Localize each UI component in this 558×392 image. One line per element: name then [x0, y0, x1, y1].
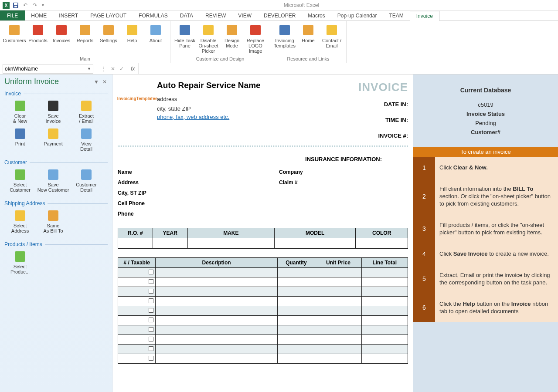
dots-icon[interactable]: ⋮	[101, 66, 106, 72]
qat-dropdown-icon[interactable]: ▼	[41, 3, 45, 7]
taskpane-item-print[interactable]: Print	[3, 125, 37, 153]
task-pane-close-icon[interactable]: ✕	[101, 79, 109, 85]
ribbon-button-hide-task-pane[interactable]: Hide TaskPane	[173, 22, 197, 55]
item-row[interactable]	[118, 325, 408, 335]
taskpane-item-same-as-bill-to[interactable]: SameAs Bill To	[37, 207, 70, 235]
taxable-checkbox[interactable]	[149, 318, 153, 322]
ribbon-group-label: Main	[3, 55, 167, 63]
item-row[interactable]	[118, 277, 408, 287]
company-city[interactable]: city, state ZIP	[157, 104, 321, 114]
taxable-checkbox[interactable]	[149, 337, 153, 341]
item-row[interactable]	[118, 287, 408, 297]
redo-icon[interactable]: ↷	[31, 2, 38, 9]
items-table[interactable]: # / TaxableDescriptionQuantityUnit Price…	[118, 257, 408, 364]
ribbon-button-about[interactable]: About	[144, 22, 167, 55]
item-row[interactable]	[118, 306, 408, 316]
worksheet[interactable]: InvoicingTemplates Auto Repair Service N…	[112, 74, 558, 392]
ribbon-button-invoices[interactable]: Invoices	[50, 22, 73, 55]
ribbon-button-reports[interactable]: Reports	[73, 22, 97, 55]
taskpane-item-clear-new[interactable]: Clear& New	[3, 98, 37, 125]
taskpane-item-icon	[46, 209, 60, 222]
task-pane-menu-icon[interactable]: ▼	[92, 79, 101, 85]
taskpane-item-select-customer[interactable]: SelectCustomer	[3, 166, 37, 194]
ribbon-tab-file[interactable]: FILE	[0, 10, 25, 20]
ribbon-tab-developer[interactable]: DEVELOPER	[258, 10, 302, 20]
ribbon-tab-invoice[interactable]: Invoice	[410, 11, 439, 21]
ribbon-button-settings[interactable]: Settings	[97, 22, 120, 55]
taskpane-section-header: Invoice	[3, 89, 109, 98]
cancel-icon[interactable]: ✕	[111, 66, 115, 72]
taskpane-item-icon	[46, 168, 60, 181]
fx-icon[interactable]: fx	[127, 66, 138, 72]
item-col-description: Description	[156, 258, 277, 268]
taskpane-item-customer-detail[interactable]: CustomerDetail	[70, 166, 103, 194]
svg-rect-14	[227, 25, 237, 35]
taxable-checkbox[interactable]	[149, 356, 153, 361]
taxable-checkbox[interactable]	[149, 289, 153, 294]
ribbon-tab-page-layout[interactable]: PAGE LAYOUT	[84, 10, 133, 20]
task-pane-header: Uniform Invoice ▼ ✕	[0, 74, 112, 88]
svg-rect-26	[48, 169, 58, 180]
company-contact-link[interactable]: phone, fax, web address etc.	[157, 114, 229, 120]
company-address[interactable]: address	[157, 95, 321, 104]
vehicle-col-color: COLOR	[356, 228, 408, 238]
ribbon-icon	[7, 23, 21, 37]
item-row[interactable]	[118, 335, 408, 345]
ribbon-icon	[31, 23, 45, 37]
ribbon-group-label: Resource and Links	[273, 55, 344, 63]
save-icon[interactable]	[12, 2, 19, 9]
taskpane-item-extract-email[interactable]: Extract/ Email	[70, 98, 103, 125]
item-row[interactable]	[118, 316, 408, 325]
ribbon-button-replace-logo-image[interactable]: Replace LOGOImage	[244, 22, 267, 55]
ribbon-button-design-mode[interactable]: DesignMode	[220, 22, 244, 55]
taskpane-item-select-produc-[interactable]: SelectProduc...	[3, 248, 37, 276]
taxable-checkbox[interactable]	[149, 270, 153, 274]
ribbon-tab-view[interactable]: VIEW	[232, 10, 258, 20]
item-row[interactable]	[118, 345, 408, 354]
company-block: Auto Repair Service Name address city, s…	[157, 81, 321, 141]
ribbon-button-customers[interactable]: Customers	[3, 22, 26, 55]
ribbon-button-contact-email[interactable]: Contact /Email	[320, 22, 344, 55]
ribbon-tab-home[interactable]: HOME	[25, 10, 53, 20]
company-name[interactable]: Auto Repair Service Name	[157, 81, 321, 90]
ribbon-button-disable-on-sheet-picker[interactable]: Disable On-sheetPicker	[197, 22, 220, 55]
taskpane-item-save-new-customer[interactable]: SaveNew Customer	[37, 166, 70, 194]
formula-input[interactable]	[138, 63, 558, 74]
taxable-checkbox[interactable]	[149, 279, 153, 284]
taxable-checkbox[interactable]	[149, 346, 153, 351]
name-box[interactable]: ▼	[3, 64, 93, 74]
ribbon-button-help[interactable]: Help	[120, 22, 144, 55]
date-in-label: DATE IN:	[321, 99, 408, 110]
ribbon-button-invoicing-templates[interactable]: InvoicingTemplates	[273, 22, 296, 55]
ribbon-group-label: Customize and Design	[173, 55, 267, 63]
ribbon-button-products[interactable]: Products	[26, 22, 50, 55]
enter-icon[interactable]: ✓	[119, 66, 124, 72]
item-row[interactable]	[118, 354, 408, 364]
ribbon-tab-review[interactable]: REVIEW	[199, 10, 232, 20]
ribbon-tab-formulas[interactable]: FORMULAS	[133, 10, 174, 20]
taxable-checkbox[interactable]	[149, 327, 153, 332]
ribbon-icon	[248, 23, 262, 37]
ribbon-tab-pop-up-calendar[interactable]: Pop-up Calendar	[331, 10, 383, 20]
taskpane-item-save-invoice[interactable]: SaveInvoice	[37, 98, 70, 125]
taxable-checkbox[interactable]	[149, 308, 153, 313]
ribbon-tab-macros[interactable]: Macros	[302, 10, 331, 20]
undo-icon[interactable]: ↶	[22, 2, 29, 9]
taskpane-item-select-address[interactable]: SelectAddress	[3, 207, 37, 235]
vehicle-table[interactable]: R.O. #YEARMAKEMODELCOLOR	[118, 228, 408, 249]
ribbon-tab-insert[interactable]: INSERT	[53, 10, 84, 20]
status-value: Pending	[418, 120, 554, 126]
taxable-checkbox[interactable]	[149, 298, 153, 303]
name-box-dropdown-icon[interactable]: ▼	[87, 67, 91, 71]
company-label: Company	[279, 167, 303, 177]
ribbon-tab-data[interactable]: DATA	[174, 10, 199, 20]
item-row[interactable]	[118, 268, 408, 277]
item-row[interactable]	[118, 297, 408, 306]
ribbon-button-home[interactable]: Home	[296, 22, 320, 55]
taskpane-item-payment[interactable]: Payment	[37, 125, 70, 153]
ribbon-tab-team[interactable]: TEAM	[383, 10, 409, 20]
name-box-input[interactable]	[5, 66, 87, 72]
ribbon-icon	[278, 23, 292, 37]
step-3: 3Fill products / items, or click the "on…	[413, 214, 558, 243]
taskpane-item-view-detail[interactable]: ViewDetail	[70, 125, 103, 153]
